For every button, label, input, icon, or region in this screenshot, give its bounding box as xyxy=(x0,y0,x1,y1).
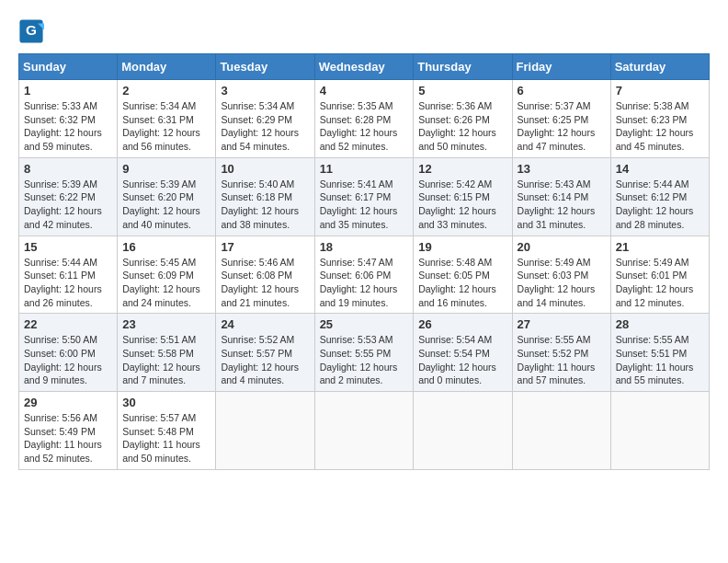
calendar-cell: 11 Sunrise: 5:41 AM Sunset: 6:17 PM Dayl… xyxy=(314,157,414,236)
calendar-cell: 10 Sunrise: 5:40 AM Sunset: 6:18 PM Dayl… xyxy=(216,157,314,236)
day-number: 3 xyxy=(221,84,309,98)
day-info: Sunrise: 5:53 AM Sunset: 5:55 PM Dayligh… xyxy=(320,333,409,387)
calendar-cell: 22 Sunrise: 5:50 AM Sunset: 6:00 PM Dayl… xyxy=(19,314,118,392)
day-number: 10 xyxy=(221,162,309,176)
day-info: Sunrise: 5:50 AM Sunset: 6:00 PM Dayligh… xyxy=(24,333,112,387)
calendar-cell: 12 Sunrise: 5:42 AM Sunset: 6:15 PM Dayl… xyxy=(414,157,512,236)
weekday-header-thursday: Thursday xyxy=(414,54,512,80)
day-info: Sunrise: 5:37 AM Sunset: 6:25 PM Dayligh… xyxy=(518,99,606,154)
calendar-cell: 21 Sunrise: 5:49 AM Sunset: 6:01 PM Dayl… xyxy=(610,236,709,314)
calendar-cell: 14 Sunrise: 5:44 AM Sunset: 6:12 PM Dayl… xyxy=(610,157,709,236)
calendar-cell: 25 Sunrise: 5:53 AM Sunset: 5:55 PM Dayl… xyxy=(314,314,414,392)
calendar-cell: 29 Sunrise: 5:56 AM Sunset: 5:49 PM Dayl… xyxy=(19,392,118,470)
calendar-cell: 15 Sunrise: 5:44 AM Sunset: 6:11 PM Dayl… xyxy=(19,236,118,314)
calendar-cell: 23 Sunrise: 5:51 AM Sunset: 5:58 PM Dayl… xyxy=(118,314,216,392)
day-number: 12 xyxy=(418,162,506,176)
day-info: Sunrise: 5:33 AM Sunset: 6:32 PM Dayligh… xyxy=(24,99,112,154)
day-info: Sunrise: 5:40 AM Sunset: 6:18 PM Dayligh… xyxy=(221,178,309,232)
calendar-cell: 26 Sunrise: 5:54 AM Sunset: 5:54 PM Dayl… xyxy=(414,314,512,392)
day-number: 25 xyxy=(320,317,409,331)
day-number: 24 xyxy=(221,317,309,331)
calendar-cell: 1 Sunrise: 5:33 AM Sunset: 6:32 PM Dayli… xyxy=(19,80,118,158)
day-info: Sunrise: 5:34 AM Sunset: 6:29 PM Dayligh… xyxy=(221,99,309,154)
calendar-cell: 4 Sunrise: 5:35 AM Sunset: 6:28 PM Dayli… xyxy=(314,80,414,158)
day-number: 21 xyxy=(616,240,704,254)
calendar-week-4: 22 Sunrise: 5:50 AM Sunset: 6:00 PM Dayl… xyxy=(19,314,710,392)
day-number: 14 xyxy=(616,162,704,176)
logo: G xyxy=(18,18,48,44)
day-info: Sunrise: 5:45 AM Sunset: 6:09 PM Dayligh… xyxy=(122,256,210,310)
calendar-cell xyxy=(414,392,512,470)
day-info: Sunrise: 5:48 AM Sunset: 6:05 PM Dayligh… xyxy=(418,256,506,310)
day-number: 19 xyxy=(418,240,506,254)
day-info: Sunrise: 5:38 AM Sunset: 6:23 PM Dayligh… xyxy=(616,99,704,154)
day-info: Sunrise: 5:55 AM Sunset: 5:51 PM Dayligh… xyxy=(616,333,704,387)
calendar-cell: 7 Sunrise: 5:38 AM Sunset: 6:23 PM Dayli… xyxy=(610,80,709,158)
day-info: Sunrise: 5:39 AM Sunset: 6:20 PM Dayligh… xyxy=(122,178,210,232)
calendar-cell: 2 Sunrise: 5:34 AM Sunset: 6:31 PM Dayli… xyxy=(118,80,216,158)
day-info: Sunrise: 5:34 AM Sunset: 6:31 PM Dayligh… xyxy=(122,99,210,154)
day-number: 30 xyxy=(122,396,210,409)
day-info: Sunrise: 5:51 AM Sunset: 5:58 PM Dayligh… xyxy=(122,333,210,387)
page-header: G xyxy=(18,18,710,44)
calendar-cell xyxy=(512,392,610,470)
calendar-cell: 8 Sunrise: 5:39 AM Sunset: 6:22 PM Dayli… xyxy=(19,157,118,236)
calendar-cell: 9 Sunrise: 5:39 AM Sunset: 6:20 PM Dayli… xyxy=(118,157,216,236)
day-number: 8 xyxy=(24,162,112,176)
day-info: Sunrise: 5:46 AM Sunset: 6:08 PM Dayligh… xyxy=(221,256,309,310)
day-info: Sunrise: 5:44 AM Sunset: 6:12 PM Dayligh… xyxy=(616,178,704,232)
day-number: 18 xyxy=(320,240,409,254)
day-info: Sunrise: 5:49 AM Sunset: 6:03 PM Dayligh… xyxy=(518,256,606,310)
day-info: Sunrise: 5:47 AM Sunset: 6:06 PM Dayligh… xyxy=(320,256,409,310)
calendar-cell: 19 Sunrise: 5:48 AM Sunset: 6:05 PM Dayl… xyxy=(414,236,512,314)
day-number: 5 xyxy=(418,84,506,98)
day-info: Sunrise: 5:35 AM Sunset: 6:28 PM Dayligh… xyxy=(320,99,409,154)
calendar-cell: 13 Sunrise: 5:43 AM Sunset: 6:14 PM Dayl… xyxy=(512,157,610,236)
day-info: Sunrise: 5:39 AM Sunset: 6:22 PM Dayligh… xyxy=(24,178,112,232)
calendar-cell: 27 Sunrise: 5:55 AM Sunset: 5:52 PM Dayl… xyxy=(512,314,610,392)
logo-icon: G xyxy=(18,18,44,44)
calendar-cell: 30 Sunrise: 5:57 AM Sunset: 5:48 PM Dayl… xyxy=(118,392,216,470)
day-number: 4 xyxy=(320,84,409,98)
day-number: 22 xyxy=(24,317,112,331)
calendar-cell xyxy=(314,392,414,470)
weekday-header-monday: Monday xyxy=(118,54,216,80)
day-number: 13 xyxy=(518,162,606,176)
weekday-header-saturday: Saturday xyxy=(610,54,709,80)
weekday-header-friday: Friday xyxy=(512,54,610,80)
calendar-cell: 18 Sunrise: 5:47 AM Sunset: 6:06 PM Dayl… xyxy=(314,236,414,314)
calendar-cell: 16 Sunrise: 5:45 AM Sunset: 6:09 PM Dayl… xyxy=(118,236,216,314)
day-info: Sunrise: 5:52 AM Sunset: 5:57 PM Dayligh… xyxy=(221,333,309,387)
day-number: 26 xyxy=(418,317,506,331)
day-number: 23 xyxy=(122,317,210,331)
day-number: 15 xyxy=(24,240,112,254)
day-info: Sunrise: 5:44 AM Sunset: 6:11 PM Dayligh… xyxy=(24,256,112,310)
day-number: 27 xyxy=(518,317,606,331)
day-info: Sunrise: 5:54 AM Sunset: 5:54 PM Dayligh… xyxy=(418,333,506,387)
weekday-header-row: SundayMondayTuesdayWednesdayThursdayFrid… xyxy=(19,54,710,80)
day-number: 17 xyxy=(221,240,309,254)
day-info: Sunrise: 5:57 AM Sunset: 5:48 PM Dayligh… xyxy=(122,411,210,465)
calendar-week-5: 29 Sunrise: 5:56 AM Sunset: 5:49 PM Dayl… xyxy=(19,392,710,470)
calendar-table: SundayMondayTuesdayWednesdayThursdayFrid… xyxy=(18,53,710,470)
weekday-header-tuesday: Tuesday xyxy=(216,54,314,80)
day-number: 29 xyxy=(24,396,112,409)
calendar-cell: 28 Sunrise: 5:55 AM Sunset: 5:51 PM Dayl… xyxy=(610,314,709,392)
day-info: Sunrise: 5:42 AM Sunset: 6:15 PM Dayligh… xyxy=(418,178,506,232)
svg-text:G: G xyxy=(26,22,37,38)
calendar-cell: 20 Sunrise: 5:49 AM Sunset: 6:03 PM Dayl… xyxy=(512,236,610,314)
calendar-week-1: 1 Sunrise: 5:33 AM Sunset: 6:32 PM Dayli… xyxy=(19,80,710,158)
day-info: Sunrise: 5:55 AM Sunset: 5:52 PM Dayligh… xyxy=(518,333,606,387)
calendar-week-2: 8 Sunrise: 5:39 AM Sunset: 6:22 PM Dayli… xyxy=(19,157,710,236)
calendar-week-3: 15 Sunrise: 5:44 AM Sunset: 6:11 PM Dayl… xyxy=(19,236,710,314)
day-number: 28 xyxy=(616,317,704,331)
day-number: 2 xyxy=(122,84,210,98)
calendar-cell: 17 Sunrise: 5:46 AM Sunset: 6:08 PM Dayl… xyxy=(216,236,314,314)
day-number: 6 xyxy=(518,84,606,98)
calendar-cell: 6 Sunrise: 5:37 AM Sunset: 6:25 PM Dayli… xyxy=(512,80,610,158)
day-number: 1 xyxy=(24,84,112,98)
day-number: 11 xyxy=(320,162,409,176)
day-number: 9 xyxy=(122,162,210,176)
calendar-cell: 24 Sunrise: 5:52 AM Sunset: 5:57 PM Dayl… xyxy=(216,314,314,392)
day-info: Sunrise: 5:49 AM Sunset: 6:01 PM Dayligh… xyxy=(616,256,704,310)
